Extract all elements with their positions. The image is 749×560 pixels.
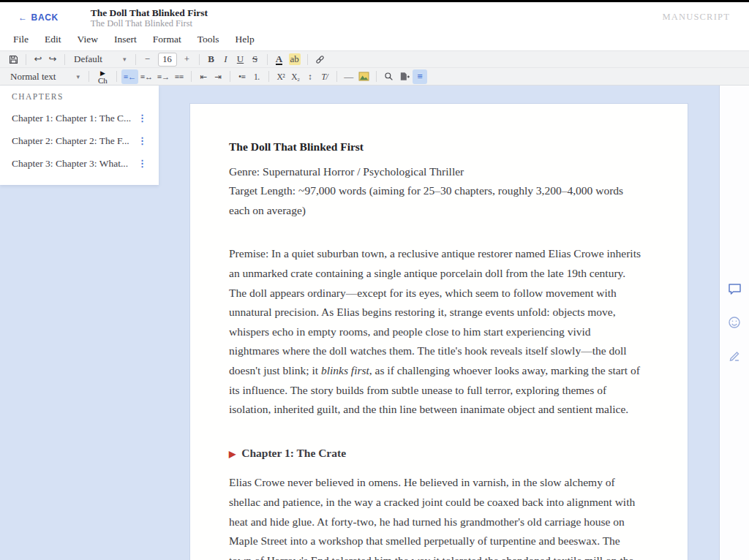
toolbar-separator [376, 71, 377, 82]
save-icon[interactable] [6, 52, 21, 67]
toolbar-separator [307, 54, 308, 65]
clear-formatting-button[interactable]: T/ [317, 69, 332, 84]
align-center-button[interactable]: ≡↔ [138, 69, 155, 84]
numbered-list-button[interactable]: 1. [249, 69, 264, 84]
chapters-sidebar: CHAPTERS Chapter 1: Chapter 1: The C... … [0, 86, 159, 185]
kebab-menu-icon[interactable]: ⋮ [135, 135, 150, 147]
align-left-button[interactable]: ≡← [121, 69, 138, 84]
toolbar-separator [230, 71, 230, 82]
menu-insert[interactable]: Insert [114, 34, 137, 45]
sidebar-item-chapter-2[interactable]: Chapter 2: Chapter 2: The F... ⋮ [0, 129, 159, 152]
font-size-increase-button[interactable]: + [180, 52, 195, 67]
focus-mode-button[interactable]: ≡ [413, 69, 427, 84]
menu-view[interactable]: View [78, 34, 98, 45]
insert-image-icon[interactable] [356, 69, 372, 84]
menu-format[interactable]: Format [153, 34, 181, 45]
play-icon: ▶ [100, 69, 105, 77]
annotation-rail [719, 86, 749, 560]
paragraph-toolbar: Normal text ▾ ▶ Ch ≡← ≡↔ ≡→ ≡≡ ⇤ ⇥ •≡ 1.… [0, 68, 749, 86]
toolbar-separator [64, 54, 65, 65]
indent-decrease-button[interactable]: ⇤ [196, 69, 211, 84]
premise-paragraph: Premise: In a quiet suburban town, a rec… [229, 244, 644, 419]
back-label: BACK [31, 12, 59, 23]
document-subtitle: The Doll That Blinked First [91, 18, 208, 29]
align-right-button[interactable]: ≡→ [155, 69, 172, 84]
toolbar-separator [199, 54, 200, 65]
menu-bar: File Edit View Insert Format Tools Help [0, 29, 749, 50]
manuscript-mode-label: MANUSCRIPT [662, 12, 730, 23]
kebab-menu-icon[interactable]: ⋮ [135, 113, 150, 124]
line-spacing-button[interactable]: ↕ [303, 69, 317, 84]
target-length-line: Target Length: ~97,000 words (aiming for… [229, 181, 644, 220]
document-title-block: The Doll That Blinked First The Doll Tha… [91, 7, 208, 29]
font-family-select[interactable]: Default ▾ [69, 52, 131, 67]
chapter-item-label: Chapter 3: Chapter 3: What... [12, 158, 135, 170]
manuscript-page[interactable]: The Doll That Blinked First Genre: Super… [190, 104, 688, 560]
superscript-button[interactable]: X² [274, 69, 288, 84]
app-header: ← BACK The Doll That Blinked First The D… [0, 2, 749, 29]
chapter-item-label: Chapter 1: Chapter 1: The C... [12, 113, 135, 124]
editor-canvas: CHAPTERS Chapter 1: Chapter 1: The C... … [0, 86, 749, 560]
toolbar-separator [191, 71, 192, 82]
chapter-item-label: Chapter 2: Chapter 2: The F... [12, 135, 135, 147]
strikethrough-button[interactable]: S [248, 52, 263, 67]
redo-icon[interactable]: ↪ [45, 52, 60, 67]
toolbar-separator [116, 71, 117, 82]
toolbar-separator [268, 71, 269, 82]
toolbar-separator [135, 54, 136, 65]
kebab-menu-icon[interactable]: ⋮ [135, 158, 150, 170]
formatting-toolbar: ↩ ↪ Default ▾ − 16 + B I U S A ab [0, 50, 749, 68]
subscript-button[interactable]: X₂ [288, 69, 303, 84]
back-arrow-icon: ← [18, 12, 28, 23]
insert-chapter-button[interactable]: ▶ Ch [94, 68, 112, 86]
sidebar-item-chapter-3[interactable]: Chapter 3: Chapter 3: What... ⋮ [0, 152, 159, 175]
toolbar-separator [267, 54, 268, 65]
premise-italic-phrase: blinks first [321, 364, 369, 377]
italic-button[interactable]: I [219, 52, 233, 67]
highlight-button[interactable]: ab [289, 53, 301, 65]
font-size-decrease-button[interactable]: − [140, 52, 155, 67]
manuscript-title: The Doll That Blinked First [229, 137, 644, 157]
menu-edit[interactable]: Edit [45, 34, 61, 45]
chapters-heading: CHAPTERS [0, 92, 159, 101]
document-title: The Doll That Blinked First [91, 7, 208, 18]
align-justify-button[interactable]: ≡≡ [172, 69, 187, 84]
font-size-value[interactable]: 16 [158, 53, 177, 67]
bold-button[interactable]: B [204, 52, 219, 67]
undo-icon[interactable]: ↩ [31, 52, 45, 67]
paste-special-icon[interactable] [396, 69, 413, 84]
paragraph-style-select[interactable]: Normal text ▾ [6, 69, 84, 84]
horizontal-rule-button[interactable]: — [342, 69, 356, 84]
emoji-icon[interactable] [728, 316, 741, 332]
bullet-list-button[interactable]: •≡ [235, 69, 249, 84]
paragraph-style-value: Normal text [10, 71, 56, 83]
underline-button[interactable]: U [233, 52, 248, 67]
comment-icon[interactable] [728, 283, 742, 298]
menu-file[interactable]: File [13, 34, 29, 45]
chevron-down-icon: ▾ [123, 56, 127, 63]
chevron-down-icon: ▾ [76, 73, 80, 80]
font-family-value: Default [74, 53, 102, 65]
link-icon[interactable] [312, 52, 328, 67]
text-color-button[interactable]: A [276, 54, 282, 65]
back-button[interactable]: ← BACK [18, 12, 59, 23]
chapter-1-paragraph: Elias Crowe never believed in omens. He … [229, 473, 644, 560]
toolbar-separator [89, 71, 89, 82]
chapter-marker-icon[interactable]: ▶ [229, 449, 236, 459]
menu-help[interactable]: Help [236, 34, 255, 45]
toolbar-separator [26, 54, 26, 65]
indent-increase-button[interactable]: ⇥ [211, 69, 225, 84]
menu-tools[interactable]: Tools [197, 34, 219, 45]
suggest-edit-icon[interactable] [728, 349, 741, 366]
genre-line: Genre: Supernatural Horror / Psychologic… [229, 162, 644, 182]
sidebar-item-chapter-1[interactable]: Chapter 1: Chapter 1: The C... ⋮ [0, 107, 159, 129]
chapter-button-label: Ch [98, 77, 108, 84]
toolbar-separator [336, 71, 337, 82]
search-icon[interactable] [381, 69, 396, 84]
chapter-1-heading: ▶Chapter 1: The Crate [229, 444, 644, 464]
